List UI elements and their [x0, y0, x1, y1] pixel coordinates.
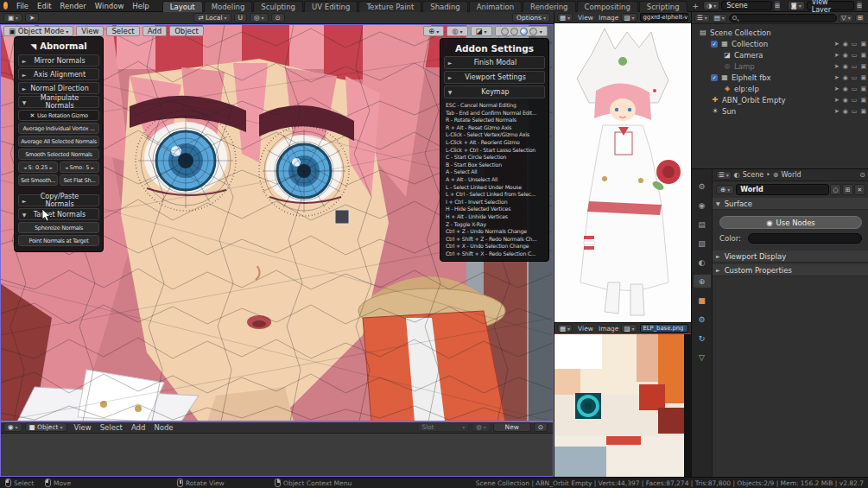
overlays-dropdown-icon[interactable]: ◎▾ [447, 26, 467, 36]
display-mode-icon[interactable]: ▤▾ [712, 14, 727, 22]
workspace-tab[interactable]: Compositing [577, 1, 638, 12]
add-workspace-button[interactable]: + [688, 2, 704, 10]
new-view-layer-button[interactable]: ⊞ [856, 0, 863, 11]
shader-type-dropdown[interactable]: ■ Object▾ [25, 422, 67, 432]
breadcrumb-world[interactable]: World [782, 171, 801, 179]
image-menu-item[interactable]: View [575, 325, 596, 333]
xray-toggle-icon[interactable]: ◪▾ [471, 26, 492, 36]
set-flat-button[interactable]: Set Flat Sh... [60, 174, 99, 186]
shader-menu-item[interactable]: Add [127, 423, 149, 432]
render-disable-icon[interactable] [860, 108, 866, 115]
normal-tool-button[interactable]: Smooth Selected Normals [18, 149, 99, 160]
section-surface[interactable]: ▼Surface [713, 198, 868, 210]
menu-item[interactable]: File [12, 2, 33, 10]
mode-dropdown[interactable]: ▣ Object Mode▾ [3, 26, 73, 36]
menu-item[interactable]: Window [91, 2, 129, 10]
menu-item[interactable]: Help [128, 2, 153, 10]
viewport-disable-icon[interactable] [852, 52, 858, 59]
gizmo-dropdown-icon[interactable]: ⊕▾ [423, 26, 444, 36]
outliner-row[interactable]: ✓ Scene Collection [692, 27, 868, 38]
properties-editor[interactable]: ☰▾ ◐ Scene ‣ ⊕ World ⊙ ⊕▾ World ○ ⊞ ✕ ▼S… [691, 169, 868, 477]
workspace-tab[interactable]: Texture Paint [358, 1, 421, 12]
stepper-right-icon[interactable]: ► [91, 165, 94, 170]
breadcrumb-scene[interactable]: Scene [743, 171, 763, 179]
hide-toggle-icon[interactable] [843, 63, 848, 70]
image-browse-icon[interactable]: ▨▾ [621, 324, 637, 333]
section-finish-modal[interactable]: ►Finish Modal [444, 56, 545, 69]
normal-tool-button[interactable]: Average Individual Vertex ... [18, 123, 99, 134]
properties-tab-icon[interactable] [694, 332, 711, 345]
new-datablock-icon[interactable]: ⊞ [842, 184, 853, 195]
shader-menu-item[interactable]: View [70, 423, 96, 432]
selectable-toggle-icon[interactable] [834, 86, 839, 92]
hide-toggle-icon[interactable] [843, 86, 848, 92]
gizmo-toggle-icon[interactable]: ⊙ [271, 13, 285, 22]
selectable-toggle-icon[interactable] [834, 74, 839, 81]
selectable-toggle-icon[interactable] [834, 97, 839, 104]
use-rotation-gizmo-toggle[interactable]: ✕Use Rotation Gizmo [18, 110, 99, 121]
search-input[interactable] [738, 15, 833, 21]
set-smooth-button[interactable]: Set Smooth... [18, 174, 58, 186]
workspace-tab[interactable]: Sculpting [253, 1, 303, 12]
material-link-icon[interactable]: ◍▾ [472, 422, 491, 432]
selectable-toggle-icon[interactable] [834, 63, 839, 70]
render-disable-icon[interactable] [860, 97, 866, 104]
image-browse-icon[interactable]: ▨▾ [621, 13, 637, 22]
world-name-field[interactable]: World [736, 184, 829, 195]
viewport-disable-icon[interactable] [852, 63, 858, 70]
pin-icon[interactable]: ⊙ [859, 171, 865, 179]
workspace-tab[interactable]: Shading [422, 1, 468, 12]
section-viewport-settings[interactable]: ►Viewport Settings [444, 71, 545, 84]
viewport-disable-icon[interactable] [852, 41, 858, 48]
stepper-right-icon[interactable]: ► [49, 165, 53, 170]
properties-tab-icon[interactable] [694, 351, 711, 364]
fake-user-icon[interactable]: ○ [830, 184, 841, 195]
viewport-disable-icon[interactable] [852, 97, 858, 104]
image-editor-texture[interactable]: ▦▾ ViewImage ▨▾ ELP_base.png [554, 322, 691, 477]
world-icon[interactable]: ⊕▾ [716, 185, 734, 194]
hide-toggle-icon[interactable] [843, 108, 848, 115]
filter-icon[interactable]: ▽▾ [839, 14, 853, 22]
outliner-row[interactable]: ✓ elp:elp [692, 83, 868, 94]
scene-selector[interactable]: Scene [721, 1, 772, 10]
render-disable-icon[interactable] [860, 52, 866, 59]
outliner-row[interactable]: ✓ Elphelt fbx [692, 72, 868, 83]
outliner-search[interactable] [729, 14, 837, 22]
blender-logo-icon[interactable] [3, 2, 8, 10]
transform-orientation-dropdown[interactable]: ⇄ Local▾ [193, 13, 231, 22]
view-layer-selector[interactable]: View Layer [807, 1, 854, 10]
hide-toggle-icon[interactable] [843, 52, 848, 59]
target-normal-button[interactable]: Point Normals at Target [18, 235, 99, 246]
pin-icon[interactable]: ⊙ [534, 422, 548, 432]
outliner[interactable]: ☰▾ ▤▾ ▽▾ ⊞ ✓ Scene Collection ✓ [691, 12, 868, 169]
outliner-row[interactable]: ✓ Lamp [692, 60, 868, 72]
editor-type-icon[interactable]: ▦▾ [557, 13, 573, 22]
shader-node-canvas[interactable] [0, 434, 554, 476]
outliner-row[interactable]: ✓ Collection [692, 38, 868, 49]
stepper-left-icon[interactable]: ◄ [65, 165, 68, 170]
selectable-toggle-icon[interactable] [834, 41, 839, 48]
world-color-swatch[interactable] [748, 233, 862, 244]
properties-tab-icon[interactable] [694, 256, 711, 269]
menu-item[interactable]: Render [56, 2, 91, 10]
normal-tool-button[interactable]: Average All Selected Normals [18, 136, 99, 147]
image-menu-item[interactable]: Image [596, 325, 622, 333]
workspace-tab[interactable]: Animation [469, 1, 522, 12]
hide-toggle-icon[interactable] [843, 41, 848, 48]
shader-menu-item[interactable]: Select [96, 423, 127, 432]
section-custom-properties[interactable]: ►Custom Properties [713, 264, 868, 276]
section-axis-alignment[interactable]: ►Axis Alignment [18, 68, 99, 80]
new-scene-button[interactable]: ⊞ [774, 0, 781, 11]
section-keymap[interactable]: ▼Keymap [444, 86, 545, 98]
image-name-field[interactable]: ggxrd-elphelt-val [640, 13, 688, 22]
render-disable-icon[interactable] [860, 86, 866, 92]
render-disable-icon[interactable] [860, 63, 866, 70]
shading-solid-icon[interactable] [510, 28, 518, 35]
shader-menu-item[interactable]: Node [149, 423, 177, 432]
image-name-field[interactable]: ELP_base.png [640, 324, 688, 333]
workspace-tab[interactable]: Modeling [204, 1, 253, 12]
editor-type-icon[interactable]: ☰▾ [716, 171, 732, 180]
section-normal-direction[interactable]: ►Normal Direction [18, 82, 99, 94]
menu-item[interactable]: Edit [33, 2, 55, 10]
slot-dropdown[interactable]: Slot▾ [417, 422, 469, 432]
